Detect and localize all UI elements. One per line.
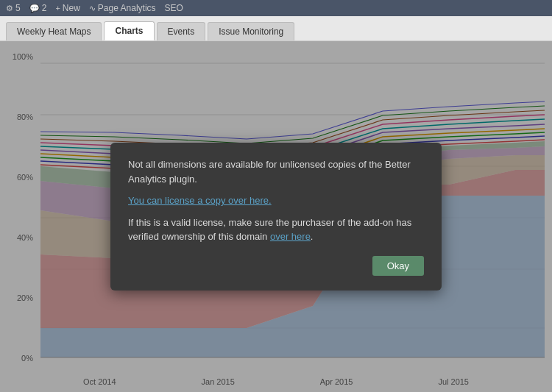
nav-seo[interactable]: SEO	[165, 3, 183, 13]
modal-overlay: Not all dimensions are available for unl…	[0, 41, 552, 392]
nav-new[interactable]: + New	[55, 3, 79, 13]
tab-charts[interactable]: Charts	[104, 21, 154, 40]
analytics-icon: ∿	[89, 4, 96, 13]
alerts-count: 5	[15, 3, 21, 13]
modal-message1: Not all dimensions are available for unl…	[128, 157, 424, 186]
okay-button[interactable]: Okay	[372, 256, 424, 276]
new-icon: +	[55, 4, 60, 13]
new-label: New	[63, 3, 80, 13]
comments-icon: 💬	[29, 4, 40, 13]
modal-dialog: Not all dimensions are available for unl…	[110, 143, 442, 291]
comments-count: 2	[42, 3, 47, 13]
tab-bar: Weekly Heat Maps Charts Events Issue Mon…	[0, 16, 552, 41]
modal-link1-paragraph: You can license a copy over here.	[128, 193, 424, 208]
modal-license-link[interactable]: You can license a copy over here.	[128, 195, 272, 206]
tab-events[interactable]: Events	[157, 22, 206, 40]
nav-comments[interactable]: 💬 2	[29, 3, 47, 13]
seo-label: SEO	[165, 3, 183, 13]
modal-footer: Okay	[128, 256, 424, 276]
top-nav: ⚙ 5 💬 2 + New ∿ Page Analytics SEO	[0, 0, 552, 16]
analytics-label: Page Analytics	[98, 3, 156, 13]
nav-page-analytics[interactable]: ∿ Page Analytics	[89, 3, 156, 13]
modal-message2: If this is a valid license, make sure th…	[128, 215, 424, 244]
tab-issue-monitoring[interactable]: Issue Monitoring	[208, 22, 294, 40]
alerts-icon: ⚙	[6, 4, 13, 13]
tab-weekly-heat-maps[interactable]: Weekly Heat Maps	[6, 22, 102, 40]
chart-area: 100% 80% 60% 40% 20% 0% Oct 2014 Jan 201…	[0, 41, 552, 392]
modal-verify-link[interactable]: over here	[270, 231, 311, 242]
nav-alerts[interactable]: ⚙ 5	[6, 3, 21, 13]
